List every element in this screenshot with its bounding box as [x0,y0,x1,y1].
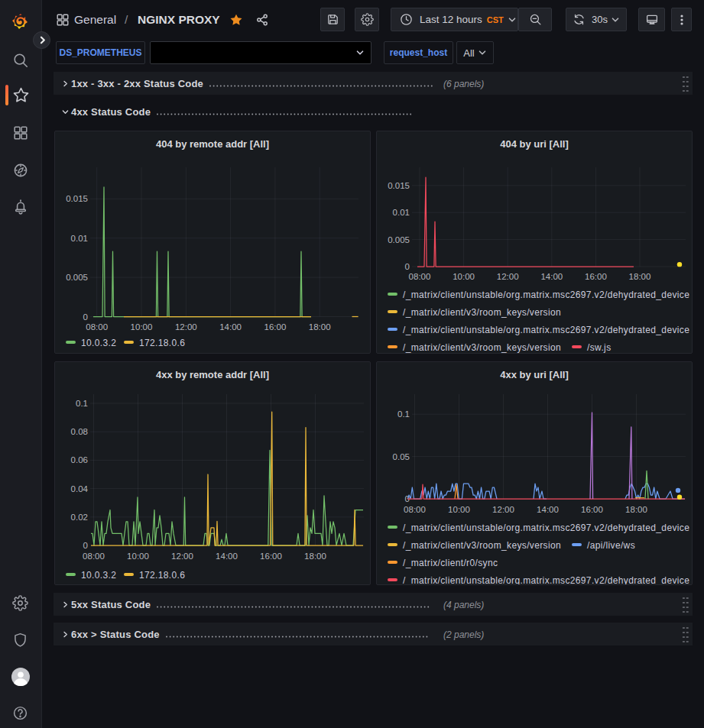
svg-text:/_matrix/client/v3/room_keys/v: /_matrix/client/v3/room_keys/version [403,307,561,318]
svg-text:16:00: 16:00 [264,322,287,332]
svg-text:404 by remote addr [All]: 404 by remote addr [All] [156,138,269,150]
svg-text:0.005: 0.005 [388,235,410,244]
svg-text:14:00: 14:00 [219,322,242,332]
svg-text:172.18.0.6: 172.18.0.6 [139,338,185,348]
svg-text:18:00: 18:00 [625,505,647,514]
svg-text:0: 0 [83,541,88,550]
svg-text:12:00: 12:00 [171,552,193,561]
svg-text:0.01: 0.01 [71,234,88,243]
svg-text:16:00: 16:00 [585,272,607,281]
svg-text:/_matrix/client/v3/room_keys/v: /_matrix/client/v3/room_keys/version [403,342,561,353]
svg-text:18:00: 18:00 [309,322,331,332]
svg-text:10:00: 10:00 [127,552,149,561]
svg-text:0.1: 0.1 [76,399,88,408]
svg-text:10:00: 10:00 [448,505,470,514]
svg-text:14:00: 14:00 [540,272,563,281]
svg-text:/api/live/ws: /api/live/ws [587,540,635,551]
svg-text:172.18.0.6: 172.18.0.6 [139,570,185,581]
svg-text:08:00: 08:00 [83,552,105,561]
svg-text:4xx by remote addr [All]: 4xx by remote addr [All] [156,369,269,380]
svg-text:0: 0 [83,312,88,322]
svg-text:18:00: 18:00 [629,272,651,281]
svg-text:404 by uri [All]: 404 by uri [All] [500,138,569,150]
svg-text:16:00: 16:00 [581,505,603,514]
svg-text:0: 0 [405,262,410,271]
svg-text:0.01: 0.01 [393,208,410,217]
svg-text:14:00: 14:00 [537,505,559,514]
svg-text:10:00: 10:00 [131,322,153,332]
svg-text:0.08: 0.08 [71,427,88,436]
svg-text:/_matrix/client/unstable/org.m: /_matrix/client/unstable/org.matrix.msc2… [403,325,689,335]
svg-text:0.05: 0.05 [393,452,410,461]
svg-text:0.04: 0.04 [71,484,89,493]
svg-text:/_matrix/client/unstable/org.m: /_matrix/client/unstable/org.matrix.msc2… [403,290,689,300]
svg-text:0.005: 0.005 [66,273,88,282]
svg-text:0.02: 0.02 [71,513,88,522]
svg-text:18:00: 18:00 [304,552,326,561]
svg-text:/_matrix/client/unstable/org.m: /_matrix/client/unstable/org.matrix.msc2… [403,575,689,584]
svg-text:08:00: 08:00 [86,322,108,332]
svg-text:0.1: 0.1 [397,409,410,419]
svg-text:12:00: 12:00 [492,505,514,514]
svg-text:16:00: 16:00 [260,552,282,561]
svg-text:12:00: 12:00 [497,272,519,281]
svg-text:14:00: 14:00 [216,552,238,561]
svg-text:10.0.3.2: 10.0.3.2 [81,570,116,581]
svg-text:0.015: 0.015 [388,181,410,190]
svg-text:/_matrix/client/v3/room_keys/v: /_matrix/client/v3/room_keys/version [403,540,561,551]
svg-text:/_matrix/client/r0/sync: /_matrix/client/r0/sync [403,558,498,568]
svg-text:/sw.js: /sw.js [587,342,612,353]
svg-text:12:00: 12:00 [175,322,197,332]
svg-text:4xx by uri [All]: 4xx by uri [All] [500,369,569,380]
svg-text:/_matrix/client/unstable/org.m: /_matrix/client/unstable/org.matrix.msc2… [403,523,689,533]
svg-text:0.06: 0.06 [71,455,88,464]
svg-text:08:00: 08:00 [404,505,426,514]
svg-text:10.0.3.2: 10.0.3.2 [81,338,116,348]
svg-text:10:00: 10:00 [453,272,475,281]
svg-text:0.015: 0.015 [66,194,88,203]
svg-text:08:00: 08:00 [409,272,431,281]
